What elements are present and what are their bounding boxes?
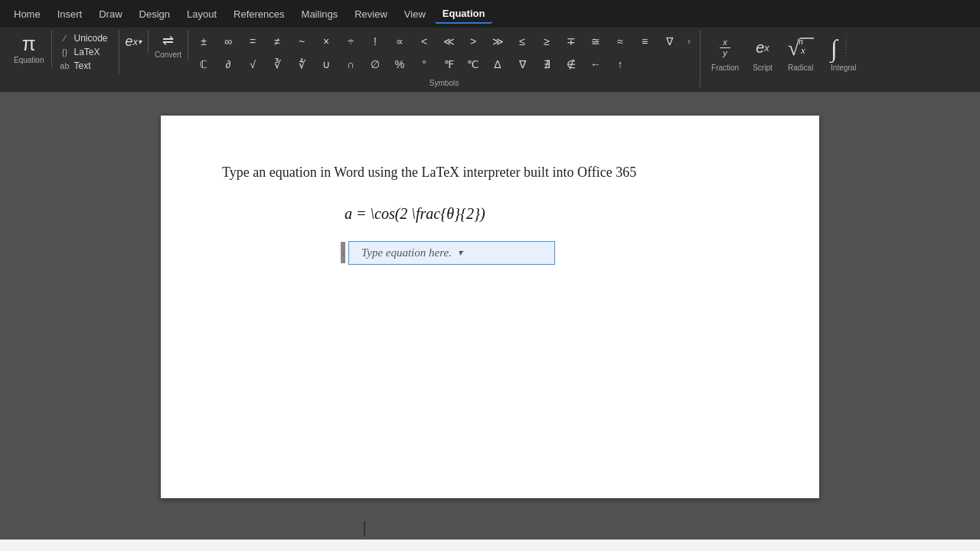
ex-dropdown-icon[interactable]: ▾ [138,37,142,46]
script-label: Script [753,64,773,72]
sym-gt[interactable]: > [461,31,485,52]
sym-celsius[interactable]: ℃ [461,54,485,75]
menu-item-references[interactable]: References [226,5,292,23]
sym-sqrt[interactable]: √ [240,54,265,75]
menu-item-view[interactable]: View [397,5,433,23]
ex-italic-icon: e [126,34,133,50]
sym-partial[interactable]: ∂ [216,54,240,75]
more-symbols-arrow[interactable]: › [681,31,697,52]
fraction-structure[interactable]: x y Fraction [707,31,743,73]
symbol-row-2: ℂ ∂ √ ∛ ∜ ∪ ∩ ∅ % ° ℉ ℃ Δ ∇ ∄ ∉ ← ↑ [191,54,697,75]
text-tool[interactable]: ab Text [55,60,110,72]
sym-tilde[interactable]: ~ [289,31,314,52]
body-text: Type an equation in Word using the LaTeX… [222,161,758,184]
sym-propto[interactable]: ∝ [387,31,412,52]
sym-exclaim[interactable]: ! [363,31,387,52]
sym-delta[interactable]: Δ [485,54,510,75]
unicode-label: Unicode [74,33,107,44]
equation-style-button[interactable]: ex ▾ [119,31,149,53]
svg-text:∫: ∫ [829,34,839,63]
sym-approx[interactable]: ≈ [608,31,632,52]
menu-item-mailings[interactable]: Mailings [294,5,346,23]
sym-nexists[interactable]: ∄ [534,54,559,75]
menu-bar: Home Insert Draw Design Layout Reference… [0,0,980,28]
sym-qdrt[interactable]: ∜ [289,54,314,75]
menu-item-draw[interactable]: Draw [91,5,129,23]
equation-dropdown-arrow[interactable]: ▾ [458,247,462,259]
sym-divide[interactable]: ÷ [338,31,363,52]
latex-tool[interactable]: {} LaTeX [55,46,110,58]
structures-row: x y Fraction ex Script √ n [707,31,863,73]
sym-nabla[interactable]: ∇ [657,31,681,52]
svg-text:x: x [800,44,805,56]
equation-display: a = \cos(2 \frac{θ}{2}) [222,205,758,223]
equation-input-box[interactable]: Type equation here. ▾ [348,241,555,265]
sym-equals[interactable]: = [240,31,265,52]
document-area: Type an equation in Word using the LaTeX… [0,93,980,540]
equation-marker: ⁞ [341,242,345,263]
symbols-group: ± ∞ = ≠ ~ × ÷ ! ∝ < ≪ > ≫ ≤ ≥ ∓ ≅ ≈ ≡ ∇ … [188,31,701,87]
symbols-label: Symbols [191,79,697,87]
sym-empty[interactable]: ∅ [363,54,387,75]
menu-item-insert[interactable]: Insert [50,5,90,23]
fraction-label: Fraction [711,64,739,72]
text-icon: ab [58,61,70,70]
script-icon: ex [756,32,769,63]
menu-item-equation[interactable]: Equation [435,5,493,24]
tools-group: ∕ Unicode {} LaTeX ab Text [52,31,119,73]
sym-fahrenheit[interactable]: ℉ [436,54,461,75]
equation-input-wrapper: ⁞ Type equation here. ▾ [341,241,758,265]
sym-blackboard-c[interactable]: ℂ [191,54,216,75]
integral-label: Integral [831,64,856,72]
braces-icon: {} [58,47,70,57]
latex-label: LaTeX [74,47,100,57]
sym-equiv[interactable]: ≡ [632,31,657,52]
ribbon: π Equation ∕ Unicode {} LaTeX ab Text ex… [0,28,980,93]
sym-intersect[interactable]: ∩ [338,54,363,75]
menu-item-design[interactable]: Design [132,5,178,23]
sym-uparrow[interactable]: ↑ [608,54,632,75]
page: Type an equation in Word using the LaTeX… [161,116,819,498]
sym-llangle[interactable]: ≪ [436,31,461,52]
sym-degree[interactable]: ° [412,54,436,75]
equation-label: Equation [14,56,44,64]
equation-placeholder-text: Type equation here. [361,246,452,259]
sym-cong[interactable]: ≅ [583,31,608,52]
radical-label: Radical [788,64,813,72]
equation-button[interactable]: π Equation [6,31,52,67]
fraction-icon: x y [720,32,730,63]
structures-group: x y Fraction ex Script √ n [701,31,869,73]
symbol-row-1: ± ∞ = ≠ ~ × ÷ ! ∝ < ≪ > ≫ ≤ ≥ ∓ ≅ ≈ ≡ ∇ … [191,31,697,52]
radical-structure[interactable]: √ n x Radical [782,31,820,73]
sym-minusplus[interactable]: ∓ [559,31,583,52]
text-cursor [364,521,365,536]
unicode-tool[interactable]: ∕ Unicode [55,32,110,44]
menu-item-layout[interactable]: Layout [179,5,224,23]
script-structure[interactable]: ex Script [748,31,777,73]
sym-leq[interactable]: ≤ [510,31,534,52]
sym-infinity[interactable]: ∞ [216,31,240,52]
text-label: Text [74,60,90,71]
sym-geq[interactable]: ≥ [534,31,559,52]
sym-ggangle[interactable]: ≫ [485,31,510,52]
sym-lt[interactable]: < [412,31,436,52]
sym-percent[interactable]: % [387,54,412,75]
radical-icon: √ n x [786,32,815,63]
integral-icon: ∫ [829,32,858,63]
pi-icon: π [22,34,36,54]
sym-nabla2[interactable]: ∇ [510,54,534,75]
unicode-icon: ∕ [58,34,70,43]
sym-cbrt[interactable]: ∛ [265,54,289,75]
menu-item-home[interactable]: Home [6,5,48,23]
sym-plus-minus[interactable]: ± [191,31,216,52]
menu-item-review[interactable]: Review [347,5,395,23]
convert-button[interactable]: ⇌ Convert [149,31,188,60]
integral-structure[interactable]: ∫ Integral [825,31,863,73]
sym-leftarrow[interactable]: ← [583,54,608,75]
sym-notequals[interactable]: ≠ [265,31,289,52]
convert-icon: ⇌ [162,32,174,49]
sym-times[interactable]: × [314,31,338,52]
convert-label: Convert [155,51,181,59]
sym-union[interactable]: ∪ [314,54,338,75]
sym-notin[interactable]: ∉ [559,54,583,75]
